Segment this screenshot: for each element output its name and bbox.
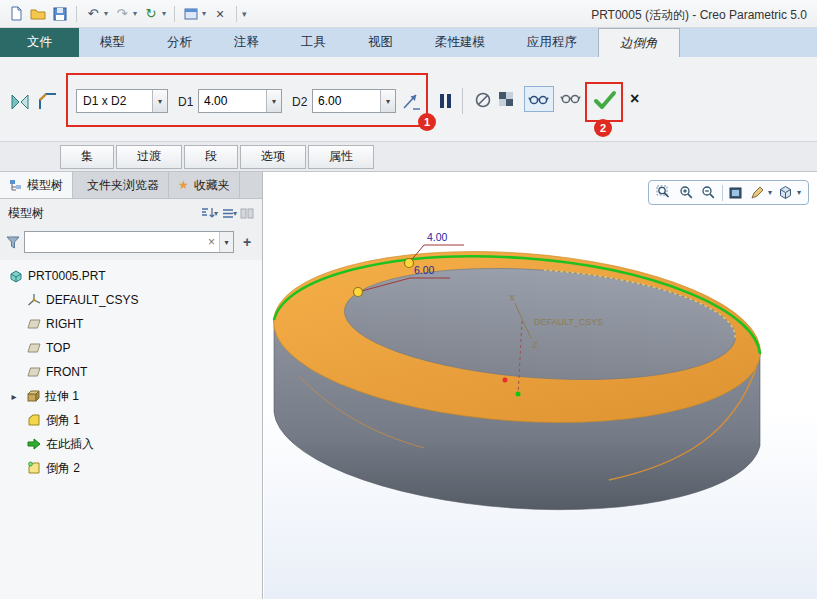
tree-item-chamfer-1[interactable]: 倒角 1 — [0, 408, 262, 432]
regenerate-caret-icon[interactable]: ▾ — [162, 9, 166, 18]
star-icon: ★ — [178, 178, 189, 192]
tab-favorites[interactable]: ★ 收藏夹 — [169, 172, 240, 198]
toolbar-separator — [722, 185, 723, 201]
saved-views-caret-icon[interactable]: ▾ — [797, 188, 801, 197]
close-window-icon[interactable]: × — [212, 5, 228, 23]
redo-icon[interactable]: ↷ — [114, 5, 130, 23]
panel-tab-pieces[interactable]: 段 — [184, 145, 238, 169]
flip-angle-icon[interactable] — [400, 90, 422, 112]
drag-handle[interactable] — [405, 259, 414, 268]
tab-folder-browser[interactable]: 文件夹浏览器 — [73, 172, 169, 198]
tab-tools[interactable]: 工具 — [280, 28, 347, 57]
axis-x-label: X — [509, 293, 515, 303]
tab-model-tree[interactable]: 模型树 — [0, 172, 73, 198]
tree-item-insert-here[interactable]: 在此插入 — [0, 432, 262, 456]
tree-item-label: PRT0005.PRT — [28, 269, 106, 283]
detached-preview-button[interactable] — [560, 92, 582, 105]
annotation-badge-2: 2 — [594, 119, 612, 137]
tree-search-input[interactable] — [25, 232, 204, 252]
navigator-tabs: 模型树 文件夹浏览器 ★ 收藏夹 — [0, 172, 262, 199]
save-icon[interactable] — [52, 5, 68, 23]
graphics-area[interactable]: 4.00 6.00 X Z DEFAULT_CSYS — [264, 172, 817, 599]
red-point — [503, 378, 508, 383]
titlebar: ↶ ▾ ↷ ▾ ↻ ▾ ▾ × ▾ PRT0005 (活动的) - Creo P… — [0, 0, 817, 28]
regenerate-icon[interactable]: ↻ — [143, 5, 159, 23]
tab-view[interactable]: 视图 — [347, 28, 414, 57]
undo-icon[interactable]: ↶ — [85, 5, 101, 23]
windows-caret-icon[interactable]: ▾ — [202, 9, 206, 18]
toolbar-separator — [174, 6, 175, 22]
zoom-in-button[interactable] — [678, 184, 695, 201]
clear-search-icon[interactable]: × — [204, 235, 219, 249]
drag-handle[interactable] — [354, 288, 363, 297]
repaint-button[interactable] — [728, 185, 744, 201]
scheme-caret-icon[interactable]: ▾ — [152, 90, 167, 112]
tab-analysis[interactable]: 分析 — [146, 28, 213, 57]
dashboard-separator — [462, 88, 463, 114]
tab-label: 模型树 — [27, 177, 63, 194]
display-style-button[interactable] — [749, 185, 765, 201]
tab-edge-chamfer[interactable]: 边倒角 — [598, 28, 680, 57]
zoom-fit-button[interactable] — [656, 184, 673, 201]
no-preview-icon[interactable] — [474, 91, 492, 109]
tree-item-right-plane[interactable]: RIGHT — [0, 312, 262, 336]
panel-tab-properties[interactable]: 属性 — [308, 145, 374, 169]
tree-filters-button[interactable]: ▾ — [200, 206, 218, 220]
panel-tab-sets[interactable]: 集 — [60, 145, 114, 169]
d1-combo: ▾ — [198, 89, 282, 113]
transitions-mode-icon[interactable] — [36, 90, 60, 114]
caret-icon: ▾ — [233, 209, 237, 218]
search-caret-icon[interactable]: ▾ — [219, 232, 233, 252]
tree-item-part-root[interactable]: PRT0005.PRT — [0, 264, 262, 288]
preview-checker-icon[interactable] — [498, 91, 515, 108]
tab-applications[interactable]: 应用程序 — [506, 28, 598, 57]
tree-item-label: DEFAULT_CSYS — [46, 293, 138, 307]
tree-display-options-button[interactable]: ▾ — [221, 207, 237, 220]
toolbar-separator — [236, 6, 237, 22]
d1-caret-icon[interactable]: ▾ — [266, 90, 281, 112]
d2-label: D2 — [292, 95, 307, 109]
caret-icon: ▾ — [214, 209, 218, 218]
windows-icon[interactable] — [183, 5, 199, 23]
tab-file[interactable]: 文件 — [0, 28, 79, 57]
tree-columns-button[interactable] — [240, 207, 254, 220]
panel-tab-options[interactable]: 选项 — [240, 145, 306, 169]
customize-toolbar-caret-icon[interactable]: ▾ — [242, 9, 247, 19]
csys-label[interactable]: DEFAULT_CSYS — [534, 317, 603, 327]
d2-caret-icon[interactable]: ▾ — [380, 90, 395, 112]
glasses-icon — [560, 92, 582, 105]
tree-item-front-plane[interactable]: FRONT — [0, 360, 262, 384]
tab-flexible-modeling[interactable]: 柔性建模 — [414, 28, 506, 57]
tree-item-label: FRONT — [46, 365, 87, 379]
sets-mode-icon[interactable] — [8, 90, 32, 114]
tree-item-label: 倒角 1 — [46, 412, 80, 429]
saved-views-button[interactable] — [777, 184, 794, 201]
tree-item-extrude-1[interactable]: ▸ 拉伸 1 — [0, 384, 262, 408]
add-filter-button[interactable]: + — [238, 233, 256, 251]
tree-item-default-csys[interactable]: DEFAULT_CSYS — [0, 288, 262, 312]
redo-caret-icon[interactable]: ▾ — [133, 9, 137, 18]
tree-item-chamfer-2[interactable]: 倒角 2 — [0, 456, 262, 480]
panel-tab-transitions[interactable]: 过渡 — [116, 145, 182, 169]
expand-arrow-icon[interactable]: ▸ — [8, 391, 20, 402]
insert-here-arrow-icon — [26, 437, 41, 451]
pause-icon[interactable] — [440, 94, 451, 108]
cancel-feature-button[interactable]: × — [630, 90, 639, 108]
zoom-out-button[interactable] — [700, 184, 717, 201]
tab-annotate[interactable]: 注释 — [213, 28, 280, 57]
attached-preview-button[interactable] — [524, 86, 554, 112]
undo-caret-icon[interactable]: ▾ — [104, 9, 108, 18]
dimension-scheme-select[interactable]: D1 x D2 ▾ — [76, 89, 168, 113]
d2-value-input[interactable] — [313, 90, 380, 112]
tab-model[interactable]: 模型 — [79, 28, 146, 57]
dimension-d2-text[interactable]: 6.00 — [414, 264, 435, 276]
tree-item-top-plane[interactable]: TOP — [0, 336, 262, 360]
d1-value-input[interactable] — [199, 90, 266, 112]
new-file-icon[interactable] — [8, 5, 24, 23]
dimension-d1-text[interactable]: 4.00 — [427, 231, 448, 243]
quick-access-toolbar: ↶ ▾ ↷ ▾ ↻ ▾ ▾ × ▾ — [8, 5, 247, 23]
display-style-caret-icon[interactable]: ▾ — [768, 188, 772, 197]
accept-feature-button[interactable] — [592, 89, 618, 111]
filter-funnel-icon[interactable] — [6, 236, 20, 249]
open-file-icon[interactable] — [30, 5, 46, 23]
